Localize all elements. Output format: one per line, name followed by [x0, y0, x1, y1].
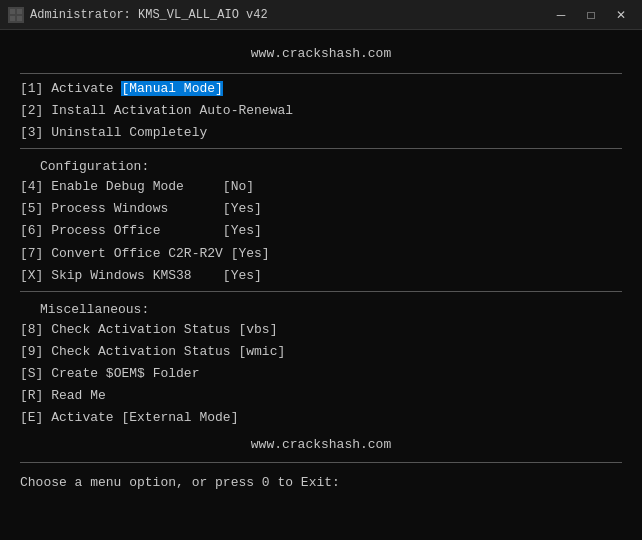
menu-item-6[interactable]: [6] Process Office [Yes] — [20, 220, 622, 242]
key-e: [E] — [20, 410, 51, 425]
app-icon — [8, 7, 24, 23]
key-1: [1] — [20, 81, 51, 96]
divider-3 — [20, 291, 622, 292]
key-2: [2] — [20, 103, 51, 118]
menu-item-4[interactable]: [4] Enable Debug Mode [No] — [20, 176, 622, 198]
check-wmic-value: [wmic] — [238, 344, 285, 359]
svg-rect-2 — [10, 16, 15, 21]
check-wmic-label: Check Activation Status — [51, 344, 238, 359]
divider-1 — [20, 73, 622, 74]
menu-item-2[interactable]: [2] Install Activation Auto-Renewal — [20, 100, 622, 122]
title-bar-left: Administrator: KMS_VL_ALL_AIO v42 — [8, 7, 268, 23]
maximize-button[interactable]: □ — [578, 5, 604, 25]
menu-item-r[interactable]: [R] Read Me — [20, 385, 622, 407]
kms38-value: [Yes] — [223, 268, 262, 283]
debug-value: [No] — [223, 179, 254, 194]
close-button[interactable]: ✕ — [608, 5, 634, 25]
office-label: Process Office — [51, 223, 223, 238]
key-6: [6] — [20, 223, 51, 238]
title-bar: Administrator: KMS_VL_ALL_AIO v42 ─ □ ✕ — [0, 0, 642, 30]
menu-item-3[interactable]: [3] Uninstall Completely — [20, 122, 622, 144]
kms38-label: Skip Windows KMS38 — [51, 268, 223, 283]
menu-item-1[interactable]: [1] Activate [Manual Mode] — [20, 78, 622, 100]
key-4: [4] — [20, 179, 51, 194]
check-vbs-value: [vbs] — [238, 322, 277, 337]
key-8: [8] — [20, 322, 51, 337]
svg-rect-3 — [17, 16, 22, 21]
c2r-value: [Yes] — [223, 246, 270, 261]
divider-2 — [20, 148, 622, 149]
misc-title: Miscellaneous: — [20, 296, 622, 319]
activate-label: Activate — [51, 81, 121, 96]
menu-item-e[interactable]: [E] Activate [External Mode] — [20, 407, 622, 429]
key-7: [7] — [20, 246, 51, 261]
prompt-area: Choose a menu option, or press 0 to Exit… — [20, 467, 622, 490]
key-5: [5] — [20, 201, 51, 216]
readme-label: Read Me — [51, 388, 106, 403]
window-title: Administrator: KMS_VL_ALL_AIO v42 — [30, 8, 268, 22]
menu-item-8[interactable]: [8] Check Activation Status [vbs] — [20, 319, 622, 341]
website-footer: www.crackshash.com — [20, 429, 622, 458]
console-area: www.crackshash.com [1] Activate [Manual … — [0, 30, 642, 540]
external-label: Activate [External Mode] — [51, 410, 238, 425]
debug-label: Enable Debug Mode — [51, 179, 223, 194]
svg-rect-0 — [10, 9, 15, 14]
menu-item-s[interactable]: [S] Create $OEM$ Folder — [20, 363, 622, 385]
key-3: [3] — [20, 125, 51, 140]
config-title: Configuration: — [20, 153, 622, 176]
key-s: [S] — [20, 366, 51, 381]
oem-label: Create $OEM$ Folder — [51, 366, 199, 381]
menu-item-x[interactable]: [X] Skip Windows KMS38 [Yes] — [20, 265, 622, 287]
menu-item-7[interactable]: [7] Convert Office C2R-R2V [Yes] — [20, 243, 622, 265]
office-value: [Yes] — [223, 223, 262, 238]
website-header: www.crackshash.com — [20, 40, 622, 69]
prompt-text: Choose a menu option, or press 0 to Exit… — [20, 475, 340, 490]
key-x: [X] — [20, 268, 51, 283]
c2r-label: Convert Office C2R-R2V — [51, 246, 223, 261]
install-label: Install Activation Auto-Renewal — [51, 103, 293, 118]
menu-item-9[interactable]: [9] Check Activation Status [wmic] — [20, 341, 622, 363]
svg-rect-1 — [17, 9, 22, 14]
key-9: [9] — [20, 344, 51, 359]
windows-label: Process Windows — [51, 201, 223, 216]
manual-mode-highlight: [Manual Mode] — [121, 81, 222, 96]
check-vbs-label: Check Activation Status — [51, 322, 238, 337]
divider-4 — [20, 462, 622, 463]
minimize-button[interactable]: ─ — [548, 5, 574, 25]
window-controls: ─ □ ✕ — [548, 5, 634, 25]
menu-item-5[interactable]: [5] Process Windows [Yes] — [20, 198, 622, 220]
uninstall-label: Uninstall Completely — [51, 125, 207, 140]
windows-value: [Yes] — [223, 201, 262, 216]
key-r: [R] — [20, 388, 51, 403]
